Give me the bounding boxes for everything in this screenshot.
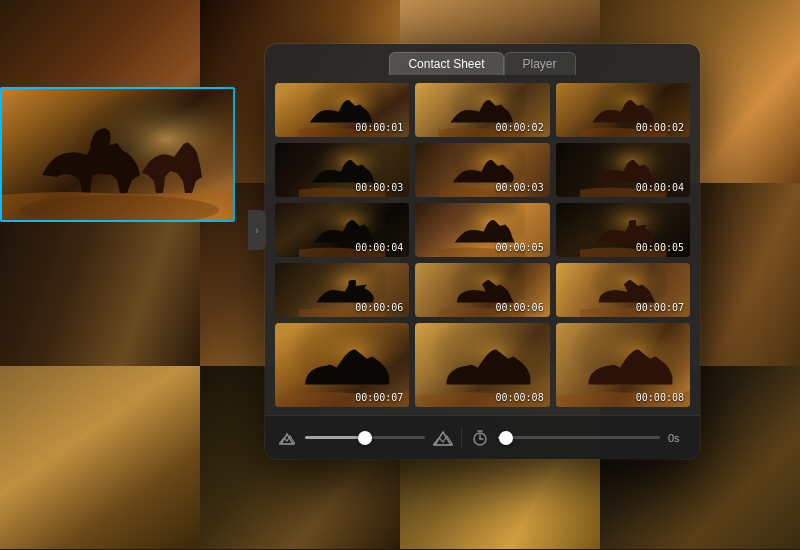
thumbnail-timestamp: 00:00:07 [355,392,403,403]
thumbnail-item[interactable]: 00:00:04 [556,143,690,197]
timer-icon [470,428,490,448]
thumbnail-timestamp: 00:00:04 [636,182,684,193]
thumbnail-grid: 00:00:01 00:00:02 00:00:02 [275,83,690,407]
thumbnail-timestamp: 00:00:06 [355,302,403,313]
tab-bar: Contact Sheet Player [265,44,700,75]
thumbnail-item[interactable]: 00:00:07 [275,323,409,407]
thumbnail-timestamp: 00:00:05 [636,242,684,253]
time-display: 0s [668,432,688,444]
thumbnail-item[interactable]: 00:00:01 [275,83,409,137]
thumbnail-timestamp: 00:00:07 [636,302,684,313]
thumbnail-grid-area: 00:00:01 00:00:02 00:00:02 [265,75,700,415]
thumbnail-item[interactable]: 00:00:08 [556,323,690,407]
thumbnail-timestamp: 00:00:03 [495,182,543,193]
thumbnail-timestamp: 00:00:06 [495,302,543,313]
thumbnail-item[interactable]: 00:00:02 [415,83,549,137]
thumbnail-item[interactable]: 00:00:05 [556,203,690,257]
contact-sheet-panel: Contact Sheet Player 00:00:01 00:00:02 [265,44,700,459]
thumbnail-timestamp: 00:00:05 [495,242,543,253]
thumbnail-item[interactable]: 00:00:08 [415,323,549,407]
thumbnail-item[interactable]: 00:00:02 [556,83,690,137]
selected-preview [0,87,235,222]
zoom-slider[interactable] [305,436,425,439]
thumbnail-timestamp: 00:00:03 [355,182,403,193]
preview-image [2,89,233,220]
time-slider[interactable] [498,436,660,439]
thumbnail-timestamp: 00:00:04 [355,242,403,253]
mountain-large-icon [433,428,453,448]
panel-collapse-arrow[interactable]: › [248,210,266,250]
thumbnail-timestamp: 00:00:01 [355,122,403,133]
thumbnail-item[interactable]: 00:00:06 [415,263,549,317]
thumbnail-item[interactable]: 00:00:05 [415,203,549,257]
thumbnail-timestamp: 00:00:02 [495,122,543,133]
thumbnail-item[interactable]: 00:00:03 [275,143,409,197]
thumbnail-item[interactable]: 00:00:07 [556,263,690,317]
thumbnail-item[interactable]: 00:00:04 [275,203,409,257]
tab-contact-sheet[interactable]: Contact Sheet [389,52,503,75]
mountain-small-icon [277,428,297,448]
thumbnail-item[interactable]: 00:00:03 [415,143,549,197]
tab-player[interactable]: Player [504,52,576,75]
bottom-toolbar: 0s [265,415,700,459]
thumbnail-timestamp: 00:00:08 [636,392,684,403]
toolbar-divider [461,428,462,448]
thumbnail-timestamp: 00:00:08 [495,392,543,403]
bg-cell [0,366,200,549]
thumbnail-timestamp: 00:00:02 [636,122,684,133]
thumbnail-item[interactable]: 00:00:06 [275,263,409,317]
